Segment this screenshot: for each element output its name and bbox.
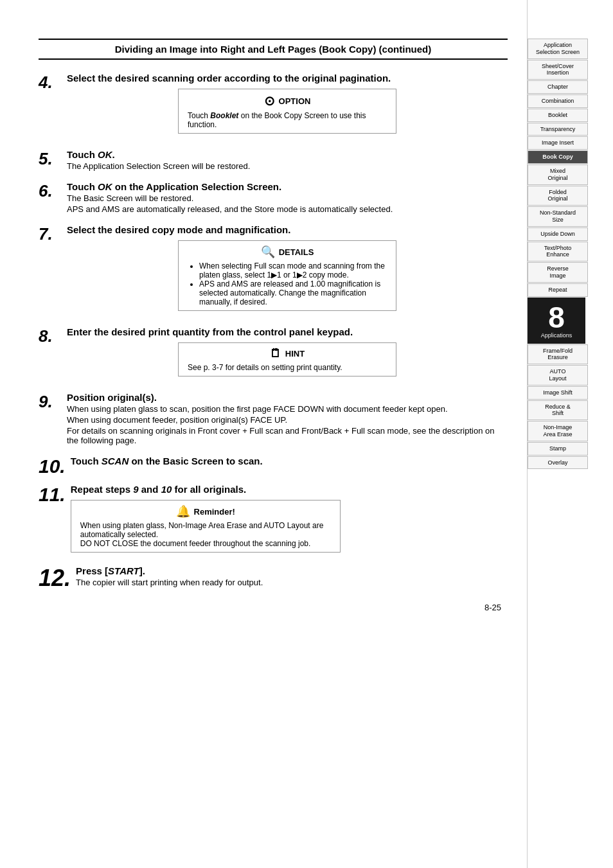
step-5: 5. Touch OK. The Application Selection S… <box>39 149 508 171</box>
page-number: 8-25 <box>39 603 508 612</box>
step-5-body: The Application Selection Screen will be… <box>67 161 508 171</box>
step-10-content: Touch SCAN on the Basic Screen to scan. <box>71 456 508 466</box>
step-6-number: 6. <box>39 181 62 199</box>
details-icon: 🔍 <box>261 245 275 259</box>
step-6-body2: APS and AMS are automatically released, … <box>67 204 508 214</box>
detail-bullet-1: When selecting Full scan mode and scanni… <box>199 261 387 279</box>
sidebar-item-non-standard-size[interactable]: Non-StandardSize <box>528 206 588 227</box>
step-10: 10. Touch SCAN on the Basic Screen to sc… <box>39 456 508 476</box>
sidebar-item-stamp[interactable]: Stamp <box>528 442 588 456</box>
reminder-icon: 🔔 <box>176 504 190 518</box>
hint-box-title: 🗒 HINT <box>270 347 305 360</box>
step-5-content: Touch OK. The Application Selection Scre… <box>67 149 508 171</box>
step-11: 11. Repeat steps 9 and 10 for all origin… <box>39 484 508 558</box>
option-box-4: ⊙ OPTION Touch Booklet on the Book Copy … <box>178 89 396 134</box>
step-4-content: Select the desired scanning order accord… <box>67 73 508 139</box>
step-7-content: Select the desired copy mode and magnifi… <box>67 224 508 316</box>
section-label: Applications <box>541 332 573 339</box>
sidebar-item-non-image-area[interactable]: Non-ImageArea Erase <box>528 421 588 441</box>
step-9: 9. Position original(s). When using plat… <box>39 392 508 445</box>
step-5-number: 5. <box>39 149 62 167</box>
sidebar-item-reduce-shift[interactable]: Reduce &Shift <box>528 400 588 421</box>
sidebar-item-chapter[interactable]: Chapter <box>528 80 588 94</box>
sidebar-item-image-insert[interactable]: Image Insert <box>528 136 588 150</box>
step-8-content: Enter the desired print quantity from th… <box>67 326 508 382</box>
section-number: 8 <box>548 303 565 332</box>
step-11-content: Repeat steps 9 and 10 for all originals.… <box>71 484 508 558</box>
step-9-body1: When using platen glass to scan, positio… <box>67 404 508 414</box>
step-7-number: 7. <box>39 224 62 242</box>
option-icon: ⊙ <box>264 93 275 109</box>
hint-icon: 🗒 <box>270 347 281 360</box>
step-8: 8. Enter the desired print quantity from… <box>39 326 508 382</box>
details-bullets: When selecting Full scan mode and scanni… <box>188 261 387 306</box>
sidebar-item-image-shift[interactable]: Image Shift <box>528 386 588 400</box>
option-box-title: ⊙ OPTION <box>264 93 311 109</box>
page-title: Dividing an Image into Right and Left Pa… <box>39 39 508 60</box>
hint-box-body: See p. 3-7 for details on setting print … <box>188 363 387 372</box>
sidebar-item-mixed-original[interactable]: MixedOriginal <box>528 164 588 185</box>
step-8-number: 8. <box>39 326 62 344</box>
details-box-title: 🔍 DETAILS <box>261 245 314 259</box>
step-5-heading: Touch OK. <box>67 149 508 160</box>
step-6-content: Touch OK on the Application Selection Sc… <box>67 181 508 214</box>
sidebar: ApplicationSelection Screen Sheet/CoverI… <box>527 0 588 868</box>
step-7-heading: Select the desired copy mode and magnifi… <box>67 224 508 235</box>
details-box-7: 🔍 DETAILS When selecting Full scan mode … <box>178 240 396 311</box>
sidebar-item-repeat[interactable]: Repeat <box>528 283 588 297</box>
step-12-heading: Press [START]. <box>76 565 508 576</box>
step-4-heading: Select the desired scanning order accord… <box>67 73 508 84</box>
option-label: OPTION <box>279 96 311 106</box>
step-7: 7. Select the desired copy mode and magn… <box>39 224 508 316</box>
step-10-number: 10. <box>39 456 66 476</box>
detail-bullet-2: APS and AMS are released and 1.00 magnif… <box>199 279 387 306</box>
step-12-content: Press [START]. The copier will start pri… <box>76 565 508 587</box>
step-11-heading: Repeat steps 9 and 10 for all originals. <box>71 484 508 495</box>
step-6: 6. Touch OK on the Application Selection… <box>39 181 508 214</box>
step-12-number: 12. <box>39 565 71 590</box>
step-12-body: The copier will start printing when read… <box>76 578 508 587</box>
step-10-heading: Touch SCAN on the Basic Screen to scan. <box>71 456 508 466</box>
reminder-box-body: When using platen glass, Non-Image Area … <box>80 521 331 548</box>
step-11-number: 11. <box>39 484 66 504</box>
sidebar-item-text-photo[interactable]: Text/PhotoEnhance <box>528 242 588 262</box>
hint-box-8: 🗒 HINT See p. 3-7 for details on setting… <box>178 342 396 376</box>
sidebar-item-folded-original[interactable]: FoldedOriginal <box>528 186 588 206</box>
step-8-heading: Enter the desired print quantity from th… <box>67 326 508 337</box>
step-4-number: 4. <box>39 73 62 91</box>
sidebar-item-transparency[interactable]: Transparency <box>528 123 588 136</box>
details-label: DETAILS <box>279 247 314 257</box>
sidebar-item-upside-down[interactable]: Upside Down <box>528 227 588 241</box>
step-9-body2: When using document feeder, position ori… <box>67 415 508 425</box>
sidebar-item-sheet-cover[interactable]: Sheet/CoverInsertion <box>528 60 588 80</box>
sidebar-item-frame-fold[interactable]: Frame/FoldErasure <box>528 344 588 365</box>
sidebar-item-overlay[interactable]: Overlay <box>528 456 588 470</box>
step-9-body3: For details on scanning originals in Fro… <box>67 426 508 445</box>
sidebar-item-booklet[interactable]: Booklet <box>528 109 588 122</box>
sidebar-item-book-copy[interactable]: Book Copy <box>528 150 588 164</box>
step-9-content: Position original(s). When using platen … <box>67 392 508 445</box>
reminder-box-11: 🔔 Reminder! When using platen glass, Non… <box>71 500 341 553</box>
step-4: 4. Select the desired scanning order acc… <box>39 73 508 139</box>
sidebar-item-reverse-image[interactable]: ReverseImage <box>528 262 588 283</box>
reminder-box-title: 🔔 Reminder! <box>176 504 235 518</box>
sidebar-item-application-selection[interactable]: ApplicationSelection Screen <box>528 39 588 59</box>
hint-label: HINT <box>285 349 305 359</box>
step-9-heading: Position original(s). <box>67 392 508 403</box>
step-6-body1: The Basic Screen will be restored. <box>67 193 508 203</box>
sidebar-item-combination[interactable]: Combination <box>528 94 588 108</box>
step-9-number: 9. <box>39 392 62 410</box>
step-12: 12. Press [START]. The copier will start… <box>39 565 508 590</box>
main-content: Dividing an Image into Right and Left Pa… <box>0 0 527 868</box>
step-6-heading: Touch OK on the Application Selection Sc… <box>67 181 508 192</box>
option-box-body: Touch Booklet on the Book Copy Screen to… <box>188 111 387 129</box>
sidebar-section-block: 8 Applications <box>528 297 585 344</box>
page-number-text: 8-25 <box>484 603 501 612</box>
sidebar-item-auto-layout[interactable]: AUTOLayout <box>528 365 588 385</box>
reminder-label: Reminder! <box>194 507 235 517</box>
